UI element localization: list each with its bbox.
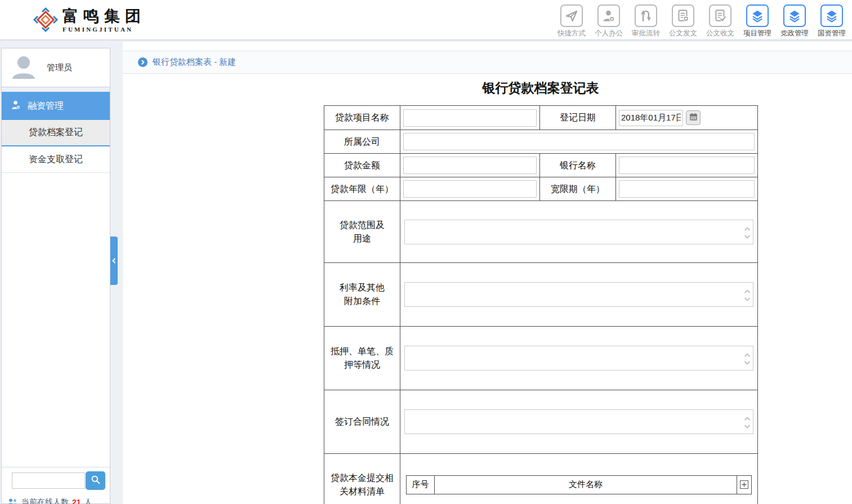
label-register-date: 登记日期 — [540, 106, 616, 130]
logo-title-cn: 富鸣集团 — [63, 6, 146, 26]
toolbar-item-state-asset-mgmt[interactable]: 国资管理 — [813, 5, 850, 38]
scroll-down-icon[interactable] — [744, 357, 751, 367]
toolbar-item-approval-flow[interactable]: 审批流转 — [627, 5, 664, 38]
layers-icon — [820, 5, 843, 27]
company-field[interactable] — [403, 133, 755, 150]
label-contract: 签订合同情况 — [324, 390, 400, 454]
label-interest: 利率及其他 附加条件 — [324, 263, 400, 327]
loan-years-field[interactable] — [403, 180, 537, 198]
layers-icon — [746, 5, 769, 27]
bank-name-field[interactable] — [619, 157, 755, 174]
label-company: 所属公司 — [324, 130, 400, 154]
loan-form-table: 贷款项目名称 登记日期 — [324, 105, 758, 504]
online-users-status: 当前在线人数 21 人 — [7, 497, 92, 504]
sidebar-subitem-label: 贷款档案登记 — [29, 127, 83, 139]
date-picker-button[interactable] — [686, 110, 701, 125]
label-grace: 宽限期（年） — [540, 177, 616, 201]
label-scope: 贷款范围及 用途 — [324, 201, 400, 263]
grace-period-field[interactable] — [619, 180, 755, 198]
table-row: 贷款金额 银行名称 — [324, 154, 758, 177]
sidebar-item-financing[interactable]: 融资管理 — [2, 92, 110, 120]
materials-header-row: 序号 文件名称 — [407, 475, 752, 494]
table-row: 贷款年限（年） 宽限期（年） — [324, 177, 758, 201]
company-logo: 富鸣集团 FUMINGJITUAN — [32, 6, 146, 35]
materials-table: 序号 文件名称 — [406, 475, 752, 494]
chevron-left-icon — [112, 256, 116, 266]
register-date-field[interactable] — [619, 110, 683, 126]
mortgage-pledge-textarea[interactable] — [405, 346, 753, 370]
breadcrumb-bar: 银行贷款档案表 - 新建 — [123, 51, 852, 74]
toolbar-label: 个人办公 — [595, 29, 623, 38]
loan-amount-field[interactable] — [403, 157, 537, 174]
breadcrumb-arrow-icon — [138, 57, 148, 67]
user-card: 管理员 — [2, 48, 110, 87]
toolbar-label: 快捷方式 — [557, 29, 586, 38]
toolbar-item-shortcuts[interactable]: 快捷方式 — [553, 5, 590, 38]
main-content: 银行贷款档案表 - 新建 银行贷款档案登记表 贷款项目名称 登记日期 — [123, 42, 852, 504]
document-check-icon — [709, 5, 731, 27]
toolbar-item-party-mgmt[interactable]: 党政管理 — [776, 5, 813, 38]
app-window: 富鸣集团 FUMINGJITUAN 快捷方式 — [0, 0, 852, 504]
user-name: 管理员 — [47, 63, 72, 73]
interest-conditions-textarea[interactable] — [405, 283, 753, 306]
online-suffix: 人 — [84, 497, 92, 504]
calendar-icon — [689, 112, 698, 124]
toolbar-item-doc-receive[interactable]: 公文收文 — [702, 5, 739, 38]
table-row: 抵押、单笔、质 押等情况 — [324, 327, 758, 390]
sidebar-subitem-fund-withdrawal[interactable]: 资金支取登记 — [2, 146, 110, 173]
page-title: 银行贷款档案登记表 — [324, 79, 757, 97]
toolbar-label: 国资管理 — [818, 29, 846, 38]
logo-title-en: FUMINGJITUAN — [63, 26, 146, 33]
layers-icon — [783, 5, 806, 27]
online-count: 21 — [72, 498, 81, 504]
loan-project-name-field[interactable] — [403, 109, 537, 127]
person-star-icon — [597, 5, 620, 27]
users-icon — [7, 498, 18, 504]
online-prefix: 当前在线人数 — [21, 497, 69, 504]
label-materials: 贷款本金提交相 关材料清单 — [324, 454, 400, 504]
toolbar-item-project-mgmt[interactable]: 项目管理 — [739, 5, 776, 38]
knot-logo-icon — [32, 6, 59, 35]
loan-scope-textarea[interactable] — [405, 220, 753, 244]
table-row: 利率及其他 附加条件 — [324, 263, 758, 327]
label-bank: 银行名称 — [540, 154, 616, 177]
sidebar-search-input[interactable] — [12, 472, 85, 489]
table-row: 贷款范围及 用途 — [324, 201, 758, 263]
toolbar-item-personal-office[interactable]: 个人办公 — [590, 5, 627, 38]
sidebar-divider — [2, 87, 110, 92]
materials-col-file: 文件名称 — [435, 475, 737, 494]
table-row: 所属公司 — [324, 130, 758, 154]
breadcrumb[interactable]: 银行贷款档案表 - 新建 — [153, 57, 236, 68]
label-mortgage: 抵押、单笔、质 押等情况 — [324, 327, 400, 390]
sidebar-search-button[interactable] — [86, 471, 105, 490]
scroll-down-icon[interactable] — [744, 231, 751, 241]
sidebar-subitem-loan-archive[interactable]: 贷款档案登记 — [2, 120, 110, 146]
table-row: 贷款项目名称 登记日期 — [324, 106, 758, 130]
search-icon — [90, 474, 101, 487]
sidebar-search-section — [2, 467, 110, 493]
sidebar-collapse-handle[interactable] — [110, 237, 118, 285]
label-amount: 贷款金额 — [324, 154, 400, 177]
scroll-down-icon[interactable] — [744, 293, 751, 304]
document-plus-icon — [672, 5, 694, 27]
toolbar-item-doc-dispatch[interactable]: 公文发文 — [664, 5, 702, 38]
label-project-name: 贷款项目名称 — [324, 106, 400, 130]
toolbar-label: 党政管理 — [780, 29, 809, 38]
toolbar-label: 审批流转 — [632, 29, 660, 38]
module-toolbar: 快捷方式 个人办公 — [553, 5, 850, 38]
person-badge-icon — [10, 99, 21, 113]
user-avatar — [8, 52, 39, 83]
left-sidebar: 管理员 融资管理 贷款档案登记 资金支取登记 — [1, 48, 110, 504]
top-header: 富鸣集团 FUMINGJITUAN 快捷方式 — [0, 0, 852, 41]
uturn-arrows-icon — [635, 5, 657, 27]
materials-col-seq: 序号 — [407, 475, 435, 494]
toolbar-label: 公文发文 — [669, 29, 697, 38]
scroll-down-icon[interactable] — [744, 421, 751, 431]
toolbar-label: 公文收文 — [706, 29, 734, 38]
contract-signing-textarea[interactable] — [405, 410, 753, 434]
table-row: 签订合同情况 — [324, 390, 758, 454]
toolbar-label: 项目管理 — [743, 29, 771, 38]
add-material-button[interactable] — [740, 480, 748, 489]
paper-plane-icon — [560, 5, 583, 27]
label-years: 贷款年限（年） — [324, 177, 400, 201]
